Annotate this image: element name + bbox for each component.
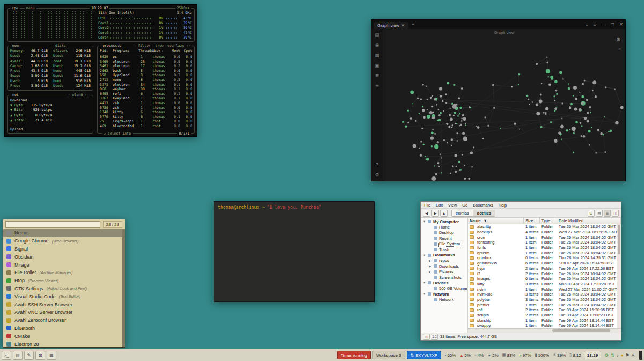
process-row[interactable]: 698 Hyprland 8 thomas 0.3 0.0 [100,73,192,78]
process-row[interactable]: 2062 bash 8 thomas 0.0 0.0 [100,69,192,73]
nav-button[interactable]: ◀ [423,210,430,217]
proc-filter-button[interactable]: filter [136,43,152,48]
file-row[interactable]: alacritty 1 item Folder Tue 26 Mar 2024 … [468,224,617,230]
column-date[interactable]: Date Modified [557,218,621,224]
window-control-icon[interactable]: — [602,22,606,27]
sidebar-node[interactable]: ▶ repos [421,258,467,263]
scrollbar-thumb[interactable] [122,229,125,347]
file-row[interactable]: gruvbox 0 items Folder Thu 28 Mar 2024 1… [468,255,617,261]
menu-search-input[interactable] [5,221,100,228]
ribbon-icon[interactable]: ⚙ [375,172,379,178]
view-mode-button[interactable]: ≣ [604,210,611,217]
launcher-menu-item[interactable]: File Roller (Archive Manager) [3,269,125,277]
scrollbar-thumb[interactable] [618,225,620,254]
terminal-window[interactable]: thomas@archlinux ~ "I love you, Munchie" [214,201,375,302]
launcher-menu-item[interactable]: Avahi Zeroconf Browser [3,316,125,325]
window-control-icon[interactable]: ▢ [611,22,615,27]
sidebar-node[interactable]: Desktop [421,230,467,235]
file-row[interactable]: backups 4 items Folder Wed 27 Mar 2024 1… [468,230,617,235]
process-row[interactable]: 5780 zsh 1 thomas 0.0 0.0 [100,106,192,110]
tray-icon[interactable]: A [632,353,634,358]
file-row[interactable]: polybar 3 items Folder Tue 26 Mar 2024 1… [468,297,617,303]
file-row[interactable]: nvim-old 3 items Folder Tue 26 Mar 2024 … [468,292,617,297]
new-tab-button[interactable]: + [412,22,414,27]
path-segment-parent[interactable]: thomas [451,210,473,217]
launcher-menu-item[interactable]: Mirage [3,261,125,269]
sidebar-node[interactable]: Screenshots [421,275,467,280]
timer-running-badge[interactable]: Timer running [337,351,371,359]
file-row[interactable]: starship 1 item Folder Tue 09 Apr 2024 1… [468,318,617,323]
menu-item[interactable]: View [448,203,457,208]
tree-expander-icon[interactable]: ▼ [423,220,426,223]
process-row[interactable]: 868 waybar 98 thomas 0.1 0.0 [100,87,192,92]
tree-expander-icon[interactable]: ▶ [429,264,432,268]
view-mode-button[interactable]: ▤ [596,210,603,217]
ribbon-icon[interactable]: ≣ [375,73,379,78]
process-row[interactable]: 3367 Xwayland 1 thomas 0.1 0.0 [100,96,192,101]
menu-item[interactable]: Help [499,203,507,208]
menu-item[interactable]: Go [462,203,467,208]
launcher-button[interactable]: >_ [2,351,11,360]
proc-sort-selector[interactable]: cpu lazy ‹› [166,43,192,48]
process-row[interactable]: 3469 electron 25 thomas 0.5 0.0 [100,60,192,64]
launcher-button[interactable]: ✎ [24,351,34,360]
column-size[interactable]: Size [524,218,540,224]
sidebar-node[interactable]: ▼ My Computer [421,219,467,224]
obsidian-tab[interactable]: Graph view ✕ [374,22,408,29]
view-mode-button[interactable]: ◫ [612,210,619,217]
launcher-menu-item[interactable]: Avahi SSH Server Browser [3,300,125,308]
menu-item[interactable]: File [424,203,430,208]
file-row[interactable]: prettier 1 item Folder Tue 26 Mar 2024 1… [468,302,617,307]
net-iface-selector[interactable]: ‹ wlan0 › [67,93,89,97]
launcher-menu-item[interactable]: Signal [3,245,125,253]
sidebar-node[interactable]: ▶ Pictures [421,269,467,275]
network-ssid-badge[interactable]: ⇅ SKYVL7XP [407,351,442,359]
tree-expander-icon[interactable]: ▶ [429,270,432,274]
tree-expander-icon[interactable]: ▼ [423,254,426,257]
process-row[interactable]: 4413 zsh 1 thomas 0.0 0.0 [100,101,192,106]
status-toggle-button[interactable]: 1:1 [431,334,438,340]
launcher-menu-item[interactable]: Electron 28 [3,340,125,347]
process-row[interactable]: 6405 rofi 6 thomas 0.1 0.0 [100,92,192,97]
launcher-menu-item[interactable]: Visual Studio Code (Text Editor) [3,292,125,300]
file-row[interactable]: fontconfig 1 item Folder Tue 26 Mar 2024… [468,240,617,245]
ribbon-icon[interactable]: ▦ [375,53,379,58]
nav-button[interactable]: ▶ [431,210,439,217]
sidebar-node[interactable]: 500 GB Volume [421,286,467,291]
menu-scrollbar[interactable] [122,229,125,347]
launcher-button[interactable]: ▦ [47,351,56,360]
process-row[interactable]: 5770 kitty 6 thomas 0.1 0.0 [100,115,192,120]
process-row[interactable]: 469 bluetoothd 1 root 0.0 0.0 [100,124,192,129]
launcher-menu-item[interactable]: Nemo [3,229,125,237]
file-row[interactable]: cron 1 item Folder Tue 26 Mar 2024 18:04… [468,234,617,240]
view-mode-button[interactable]: ⊞ [588,210,595,217]
file-row[interactable]: i3 2 items Folder Tue 26 Mar 2024 18:04:… [468,271,617,276]
launcher-menu-item[interactable]: Avahi VNC Server Browser [3,308,125,316]
process-row[interactable]: 1748 kitty 6 thomas 0.1 0.0 [100,110,192,115]
file-row[interactable]: kitty 3 items Folder Mon 08 Apr 2024 17:… [468,282,617,287]
file-row[interactable]: nvim 1 item Folder Wed 27 Mar 2024 11:00… [468,286,617,292]
sidebar-node[interactable]: ▼ Network [421,291,467,297]
vertical-scrollbar[interactable] [617,224,621,328]
window-control-icon[interactable]: ▱ [594,22,597,27]
process-row[interactable]: 2713 nemo 6 thomas 0.3 0.0 [100,78,192,83]
sidebar-node[interactable]: ▶ Downloads [421,263,467,269]
path-segment-current[interactable]: dotfiles [473,210,496,217]
window-control-icon[interactable]: ✕ [619,22,623,27]
tray-icon[interactable]: ⇅ [611,353,614,358]
window-control-icon[interactable]: ⌄ [585,22,589,27]
process-row[interactable]: 3273 electron 84 thomas 0.1 0.0 [100,83,192,87]
btop-menu-button[interactable]: menu [25,6,36,10]
menu-item[interactable]: Bookmarks [473,203,493,208]
status-toggle-button[interactable]: ◫ [423,334,430,340]
tree-expander-icon[interactable]: ▼ [423,292,426,296]
sidebar-node[interactable]: Trash [421,247,467,252]
file-row[interactable]: images 6 items Folder Tue 26 Mar 2024 18… [468,276,617,282]
sidebar-node[interactable]: Network [421,297,467,302]
sidebar-node[interactable]: ▼ Bookmarks [421,252,467,257]
tray-icon[interactable]: ⟳ [605,353,609,358]
proc-tree-button[interactable]: tree [153,43,165,48]
launcher-menu-item[interactable]: GTK Settings (Adjust Look and Feel) [3,285,125,293]
file-row[interactable]: gpferm 1 item Folder Tue 26 Mar 2024 18:… [468,250,617,255]
workspace-indicator[interactable]: Workspace 3 [372,351,405,359]
